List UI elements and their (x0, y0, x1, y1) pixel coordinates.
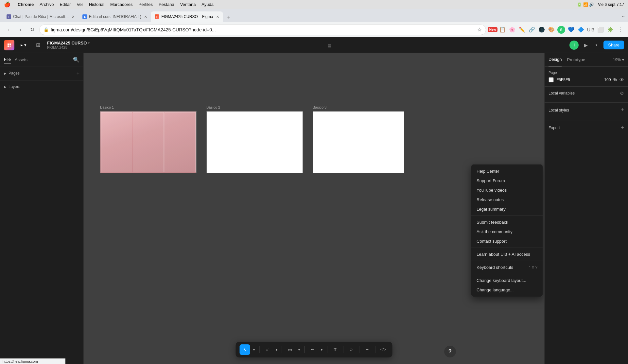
page-section-title: Page (549, 71, 624, 75)
left-panel-tabs: File Assets 🔍 (0, 53, 83, 66)
chrome-tab-2[interactable]: E Edita el curs: INFOGRAFIA I ( × (78, 11, 151, 22)
tab2-title: Edita el curs: INFOGRAFIA I ( (89, 14, 141, 19)
menu-youtube-videos[interactable]: YouTube videos (471, 185, 543, 195)
layers-section-header[interactable]: ▶ Layers (4, 83, 79, 90)
ext-icon-3[interactable]: ✏️ (518, 26, 526, 34)
menu-marcadores[interactable]: Marcadores (110, 2, 133, 7)
tool-rect-dropdown[interactable]: ▾ (297, 344, 302, 355)
local-variables-icon[interactable]: ⚙ (620, 91, 624, 96)
menu-learn-ui3[interactable]: Learn about UI3 + AI access (471, 250, 543, 259)
tool-frame-dropdown[interactable]: ▾ (274, 344, 279, 355)
chrome-tab-3[interactable]: F FIGMA2425 CURSO – Figma × (151, 11, 223, 22)
artboard-box-1[interactable] (100, 111, 197, 173)
page-color-swatch[interactable] (549, 77, 554, 82)
pages-label: Pages (9, 71, 20, 76)
tool-ellipse[interactable]: ○ (346, 344, 357, 355)
tab-design[interactable]: Design (549, 53, 562, 66)
menu-historial[interactable]: Historial (89, 2, 104, 7)
menu-submit-feedback[interactable]: Submit feedback (471, 217, 543, 227)
tool-code[interactable]: </> (378, 344, 389, 355)
local-styles-add-button[interactable]: + (620, 107, 624, 113)
menu-change-keyboard[interactable]: Change keyboard layout... (471, 276, 543, 285)
back-button[interactable]: ‹ (4, 25, 13, 34)
forward-button[interactable]: › (16, 25, 25, 34)
right-panel: Design Prototype 19% ▾ Page F5F5F5 100 %… (544, 53, 628, 364)
ext-icon-6[interactable]: 🎨 (548, 26, 555, 34)
ext-icon-2[interactable]: 🌸 (508, 26, 516, 34)
tool-pen-dropdown[interactable]: ▾ (319, 344, 324, 355)
ext-icon-5[interactable]: 🌑 (538, 26, 546, 34)
new-tab-button[interactable]: + (224, 13, 234, 22)
chrome-tab-1[interactable]: T Chat | Pau de Riba | Microsoft... × (3, 11, 78, 22)
search-button[interactable]: 🔍 (73, 57, 79, 63)
menu-keyboard-shortcuts[interactable]: Keyboard shortcuts ^ ⇧ ? (471, 263, 543, 272)
menu-ver[interactable]: Ver (77, 2, 83, 7)
tab-file[interactable]: File (4, 56, 11, 63)
tool-cursor-dropdown[interactable]: ▾ (252, 344, 257, 355)
tool-panels[interactable]: ⊞ (33, 40, 43, 50)
page-color-row: F5F5F5 100 % 👁 (549, 77, 624, 82)
avatar-button[interactable]: I (569, 41, 579, 50)
artboard-box-3[interactable] (313, 111, 404, 173)
tool-add[interactable]: + (362, 344, 373, 355)
menu-help-center[interactable]: Help Center (471, 166, 543, 176)
canvas-area[interactable]: Básico 1 Básico 2 Básico 3 (84, 53, 544, 364)
ext-icon-12[interactable]: ✳️ (606, 26, 614, 34)
artboard-box-2[interactable] (206, 111, 303, 173)
bookmark-icon[interactable]: ☆ (477, 26, 482, 33)
tab-list-button[interactable]: ⌄ (621, 12, 625, 19)
menu-pestana[interactable]: Pestaña (159, 2, 174, 7)
menu-perfiles[interactable]: Perfiles (139, 2, 153, 7)
tool-layers-toggle[interactable]: ▤ (325, 40, 334, 50)
export-add-button[interactable]: + (620, 124, 624, 131)
tab-prototype[interactable]: Prototype (567, 53, 585, 66)
project-name-chevron[interactable]: ▾ (88, 41, 90, 45)
tab-assets[interactable]: Assets (15, 56, 27, 63)
figma-menu-button[interactable] (4, 40, 14, 50)
apple-menu[interactable]: 🍎 (4, 1, 10, 8)
menu-legal-summary[interactable]: Legal summary (471, 204, 543, 214)
menu-ayuda[interactable]: Ayuda (201, 2, 214, 7)
menu-support-forum[interactable]: Support Forum (471, 176, 543, 185)
ext-icon-1[interactable]: 📋 (498, 26, 506, 34)
page-section: Page F5F5F5 100 % 👁 (545, 67, 628, 87)
tool-frame[interactable]: # (262, 344, 273, 355)
pages-section-header[interactable]: ▶ Pages + (4, 69, 79, 78)
present-button[interactable]: ▶ (581, 41, 590, 50)
menu-chrome[interactable]: Chrome (18, 2, 34, 7)
toolbar-divider-5 (343, 346, 343, 353)
address-bar[interactable]: 🔒 figma.com/design/8GiEp6VqMIItQMu01TaTQ… (39, 25, 486, 35)
ext-icon-4[interactable]: 🔗 (528, 26, 536, 34)
tab1-close[interactable]: × (72, 14, 75, 19)
menu-change-language[interactable]: Change language... (471, 285, 543, 295)
tab2-close[interactable]: × (144, 14, 147, 19)
present-dropdown[interactable]: ▾ (592, 41, 601, 50)
ext-icon-11[interactable]: ⬜ (597, 26, 604, 34)
tool-pen[interactable]: ✒ (307, 344, 318, 355)
extensions-button[interactable]: ⋮ (616, 26, 624, 34)
tool-select[interactable]: ▸ ▾ (18, 40, 29, 50)
ext-icon-10[interactable]: UI3 (587, 26, 595, 34)
layers-label: Layers (9, 84, 20, 89)
zoom-control[interactable]: 19% ▾ (613, 58, 624, 62)
tab3-close[interactable]: × (216, 14, 219, 19)
share-button[interactable]: Share (603, 41, 624, 49)
menu-editar[interactable]: Editar (60, 2, 71, 7)
artboard-label-2: Básico 2 (206, 105, 303, 109)
menu-release-notes[interactable]: Release notes (471, 195, 543, 204)
menu-ventana[interactable]: Ventana (180, 2, 196, 7)
ext-icon-8[interactable]: 💙 (567, 26, 575, 34)
menu-ask-community[interactable]: Ask the community (471, 227, 543, 236)
help-button[interactable]: ? (444, 346, 456, 357)
menu-archivo[interactable]: Archivo (40, 2, 54, 7)
tool-rectangle[interactable]: ▭ (285, 344, 295, 355)
reload-button[interactable]: ↻ (27, 25, 37, 34)
pages-add-button[interactable]: + (77, 70, 79, 76)
tool-text[interactable]: T (330, 344, 340, 355)
tool-cursor[interactable]: ↖ (240, 344, 250, 355)
ext-icon-9[interactable]: 🔷 (577, 26, 585, 34)
ext-icon-7[interactable]: S (557, 26, 565, 34)
menu-contact-support[interactable]: Contact support (471, 236, 543, 246)
chrome-tabbar: T Chat | Pau de Riba | Microsoft... × E … (0, 9, 628, 22)
visibility-toggle[interactable]: 👁 (619, 77, 624, 82)
